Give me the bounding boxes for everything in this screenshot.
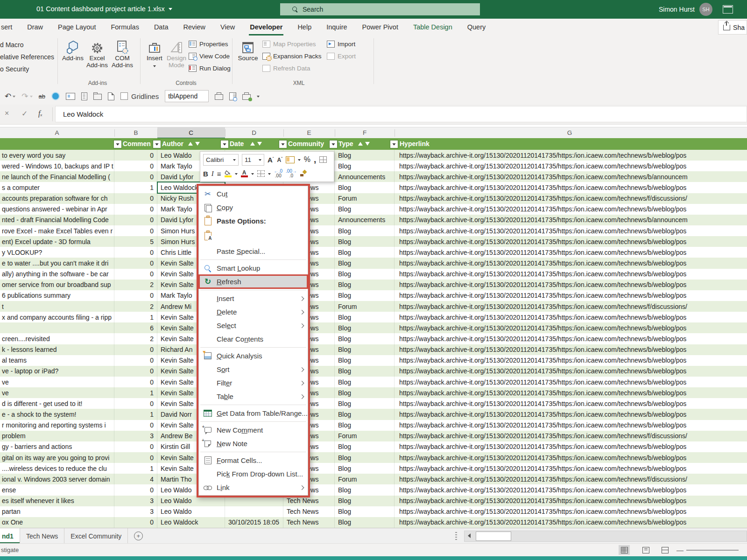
row-type[interactable]: Blog [335,506,395,517]
row-comments[interactable]: 0 [114,290,157,301]
row-hyperlink[interactable]: https://wayback.archive-it.org/15130/202… [395,247,747,258]
row-comments[interactable]: 1 [114,387,157,398]
redo-button[interactable]: ↷ [21,91,32,101]
filter-button-date[interactable] [279,140,287,148]
row-comments[interactable]: 0 [114,452,157,463]
row-title[interactable]: s a computer [0,182,114,193]
column-header-d[interactable]: D [248,127,260,139]
menu-item-smart-lookup[interactable]: Smart Lookup [199,261,308,275]
row-title[interactable]: al teams [0,355,114,366]
sort-arrows-type[interactable] [358,142,370,146]
row-comments[interactable]: 0 [114,377,157,387]
row-type[interactable]: Blog [335,355,395,366]
tab-power-pivot[interactable]: Power Pivot [355,19,406,35]
row-type[interactable]: Announcements [335,171,395,182]
column-header-g[interactable]: G [564,127,575,139]
column-header-f[interactable]: F [359,127,370,139]
row-title[interactable]: d is different - get used to it! [0,398,114,409]
row-type[interactable]: Blog [335,247,395,258]
tab-view[interactable]: View [213,19,242,35]
row-hyperlink[interactable]: https://wayback.archive-it.org/15130/202… [395,280,747,290]
row-hyperlink[interactable]: https://wayback.archive-it.org/15130/202… [395,344,747,355]
row-comments[interactable]: 3 [114,496,157,506]
row-title[interactable]: 6 publications summary [0,290,114,301]
row-community[interactable]: Tech News [283,506,335,517]
document-title[interactable]: 01 Content dashboard project article 1.x… [36,5,172,13]
percent-style-button[interactable]: % [304,155,310,164]
menu-item-paste-options[interactable]: Paste Options: [199,214,308,228]
page-layout-view-button[interactable] [640,545,651,555]
menu-item-filter[interactable]: Filter [199,376,308,390]
row-hyperlink[interactable]: https://wayback.archive-it.org/15130/202… [395,312,747,322]
row-title[interactable]: ve [0,387,114,398]
row-title[interactable]: ent) Excel update - 3D formula [0,236,114,247]
row-hyperlink[interactable]: https://wayback.archive-it.org/15130/202… [395,366,747,377]
row-title[interactable]: t [0,301,114,312]
sheet-tab-nd1[interactable]: nd1 [0,528,20,544]
row-hyperlink[interactable]: https://wayback.archive-it.org/15130/202… [395,193,747,204]
row-type[interactable]: Blog [335,322,395,333]
filter-button-author[interactable] [220,140,229,148]
merge-center-button[interactable] [286,156,295,163]
row-hyperlink[interactable]: https://wayback.archive-it.org/15130/202… [395,452,747,463]
row-title[interactable] [0,322,114,333]
avatar[interactable]: SH [699,3,712,16]
row-title[interactable]: nted - draft Financial Modelling Code [0,215,114,225]
row-type[interactable]: Blog [335,182,395,193]
row-comments[interactable]: 2 [114,333,157,344]
row-title[interactable]: rove Excel - make Excel Tables even r [0,225,114,236]
row-comments[interactable]: 0 [114,420,157,431]
expansion-packs-button[interactable]: Expansion Packs [262,50,322,62]
camera-button[interactable] [51,92,60,100]
row-type[interactable]: Blog [335,420,395,431]
row-hyperlink[interactable]: https://wayback.archive-it.org/15130/202… [395,301,747,312]
menu-item-link[interactable]: Link [199,481,308,494]
row-title[interactable]: ne launch of the Financial Modelling ( [0,171,114,182]
row-type[interactable]: Blog [335,409,395,420]
row-type[interactable]: Blog [335,517,395,528]
row-hyperlink[interactable]: https://wayback.archive-it.org/15130/202… [395,290,747,301]
row-title[interactable]: questions answered - webinar in Apr [0,204,114,215]
row-type[interactable]: Blog [335,484,395,495]
xml-source-button[interactable]: Source [236,38,260,62]
design-mode-button[interactable]: Design Mode [165,38,188,69]
row-type[interactable]: Forum [335,301,395,312]
row-type[interactable]: Blog [335,312,395,322]
comma-style-button[interactable]: , [314,154,316,165]
tab-developer[interactable]: Developer [242,19,290,35]
menu-item-copy[interactable]: Copy [199,201,308,214]
undo-button[interactable]: ↶ [5,91,15,101]
sort-arrows-author[interactable] [188,142,200,146]
row-hyperlink[interactable]: https://wayback.archive-it.org/15130/202… [395,377,747,387]
row-hyperlink[interactable]: https://wayback.archive-it.org/15130/202… [395,409,747,420]
column-header-a[interactable]: A [51,127,63,139]
menu-item-clear-contents[interactable]: Clear Contents [199,332,308,346]
row-type[interactable]: Forum [335,474,395,484]
ribbon-display-options-icon[interactable] [723,5,733,14]
tab-inquire[interactable]: Inquire [319,19,354,35]
row-hyperlink[interactable]: https://wayback.archive-it.org/15130/202… [395,204,747,215]
row-comments[interactable]: 0 [114,355,157,366]
tab-review[interactable]: Review [176,19,213,35]
row-title[interactable]: e to water ....but you can't make it dri [0,258,114,268]
row-type[interactable]: Blog [335,290,395,301]
font-size-select[interactable]: 11 [242,154,264,166]
menu-item-quick-analysis[interactable]: Quick Analysis [199,349,308,363]
row-comments[interactable]: 1 [114,463,157,474]
menu-item-sort[interactable]: Sort [199,363,308,376]
fill-color-button[interactable] [225,170,232,177]
row-comments[interactable]: 0 [114,269,157,280]
row-type[interactable]: Blog [335,333,395,344]
font-name-select[interactable]: Calibri [203,154,239,166]
row-title[interactable]: ....wireless devices to reduce the clu [0,463,114,474]
formula-input[interactable]: Leo Waldock [55,106,747,122]
row-type[interactable]: Blog [335,150,395,161]
row-comments[interactable]: 0 [114,484,157,495]
row-comments[interactable]: 3 [114,431,157,441]
row-type[interactable]: Blog [335,225,395,236]
relative-references-button[interactable]: elative References [0,53,54,61]
menu-item-insert[interactable]: Insert [199,292,308,305]
row-hyperlink[interactable]: https://wayback.archive-it.org/15130/202… [395,333,747,344]
sheet-tab-excel-community[interactable]: Excel Community [64,528,128,544]
increase-decimal-button[interactable]: ←.0.00 [274,169,282,178]
